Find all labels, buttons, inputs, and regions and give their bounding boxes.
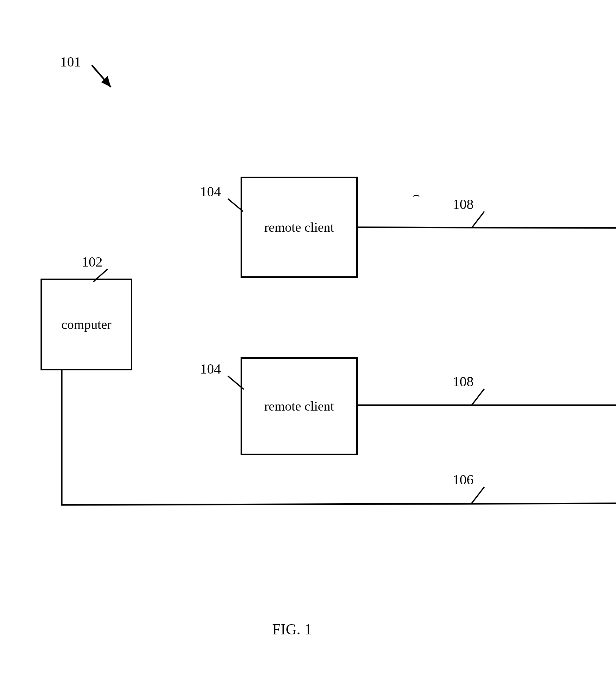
ref-label-101: 101 (60, 54, 81, 70)
remote-client-box-a: remote client (241, 177, 358, 278)
svg-line-9 (472, 487, 484, 503)
ref-label-106: 106 (453, 472, 473, 488)
ref-label-108a: 108 (453, 196, 473, 212)
svg-line-7 (472, 389, 484, 405)
ref-label-108b: 108 (453, 374, 473, 390)
remote-client-box-b: remote client (241, 357, 358, 455)
svg-line-4 (472, 211, 484, 228)
svg-marker-1 (101, 76, 111, 87)
remote-client-a-label: remote client (264, 220, 334, 235)
svg-line-5 (358, 227, 616, 228)
remote-client-b-label: remote client (264, 399, 334, 414)
ref-label-104b: 104 (200, 361, 221, 377)
ref-label-104a: 104 (200, 184, 221, 200)
svg-line-0 (92, 65, 111, 87)
ref-label-102: 102 (82, 254, 102, 270)
figure-caption: FIG. 1 (272, 621, 312, 638)
computer-box: computer (40, 278, 132, 370)
computer-box-label: computer (61, 317, 112, 332)
